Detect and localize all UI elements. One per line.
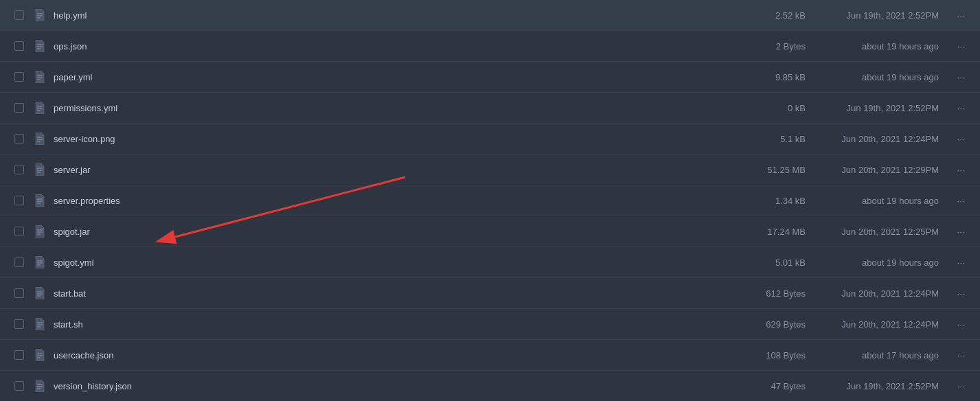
checkbox-cell (8, 288, 30, 298)
row-checkbox[interactable] (14, 165, 24, 174)
row-checkbox[interactable] (14, 319, 24, 329)
row-checkbox[interactable] (14, 72, 24, 82)
checkbox-cell (8, 10, 30, 20)
file-name: server.jar (49, 165, 737, 175)
checkbox-cell (8, 41, 30, 51)
table-row[interactable]: usercache.json 108 Bytes about 17 hours … (0, 340, 980, 371)
table-row[interactable]: server.properties 1.34 kB about 19 hours… (0, 185, 980, 216)
more-options-button[interactable]: ··· (950, 41, 972, 51)
file-date: about 19 hours ago (819, 257, 950, 268)
table-row[interactable]: spigot.yml 5.01 kB about 19 hours ago ··… (0, 247, 980, 278)
file-date: Jun 19th, 2021 2:52PM (819, 10, 950, 21)
more-options-button[interactable]: ··· (950, 165, 972, 175)
row-checkbox[interactable] (14, 10, 24, 20)
row-checkbox[interactable] (14, 381, 24, 391)
row-checkbox[interactable] (14, 134, 24, 144)
more-options-button[interactable]: ··· (950, 134, 972, 144)
file-date: about 19 hours ago (819, 41, 950, 51)
file-name: spigot.yml (49, 257, 737, 268)
table-row[interactable]: ops.json 2 Bytes about 19 hours ago ··· (0, 31, 980, 62)
file-date: Jun 20th, 2021 12:24PM (819, 134, 950, 144)
file-icon-cell (30, 225, 49, 238)
file-name: server.properties (49, 196, 737, 206)
more-options-button[interactable]: ··· (950, 381, 972, 391)
file-date: Jun 19th, 2021 2:52PM (819, 381, 950, 391)
more-options-button[interactable]: ··· (950, 288, 972, 299)
file-name: version_history.json (49, 381, 737, 391)
file-name: start.bat (49, 288, 737, 299)
row-checkbox[interactable] (14, 288, 24, 298)
more-options-button[interactable]: ··· (950, 257, 972, 268)
file-size: 629 Bytes (737, 319, 819, 330)
file-size: 5.01 kB (737, 257, 819, 268)
file-name: server-icon.png (49, 134, 737, 144)
checkbox-cell (8, 350, 30, 360)
table-row[interactable]: spigot.jar 17.24 MB Jun 20th, 2021 12:25… (0, 216, 980, 247)
table-row[interactable]: start.sh 629 Bytes Jun 20th, 2021 12:24P… (0, 309, 980, 340)
file-name: permissions.yml (49, 103, 737, 113)
file-date: Jun 20th, 2021 12:24PM (819, 319, 950, 330)
file-icon-cell (30, 40, 49, 52)
file-icon-cell (30, 194, 49, 207)
checkbox-cell (8, 319, 30, 329)
more-options-button[interactable]: ··· (950, 10, 972, 21)
table-row[interactable]: server.jar 51.25 MB Jun 20th, 2021 12:29… (0, 154, 980, 185)
row-checkbox[interactable] (14, 227, 24, 236)
file-date: about 19 hours ago (819, 196, 950, 206)
file-icon-cell (30, 349, 49, 361)
file-size: 51.25 MB (737, 165, 819, 175)
file-icon-cell (30, 163, 49, 176)
table-row[interactable]: paper.yml 9.85 kB about 19 hours ago ··· (0, 62, 980, 93)
checkbox-cell (8, 227, 30, 236)
file-icon-cell (30, 256, 49, 268)
file-date: about 19 hours ago (819, 72, 950, 82)
file-list: help.yml 2.52 kB Jun 19th, 2021 2:52PM ·… (0, 0, 980, 401)
table-row[interactable]: version_history.json 47 Bytes Jun 19th, … (0, 371, 980, 401)
more-options-button[interactable]: ··· (950, 227, 972, 237)
file-size: 9.85 kB (737, 72, 819, 82)
more-options-button[interactable]: ··· (950, 72, 972, 82)
checkbox-cell (8, 165, 30, 174)
file-size: 0 kB (737, 103, 819, 113)
file-size: 47 Bytes (737, 381, 819, 391)
checkbox-cell (8, 134, 30, 144)
table-row[interactable]: start.bat 612 Bytes Jun 20th, 2021 12:24… (0, 278, 980, 309)
file-name: start.sh (49, 319, 737, 330)
table-row[interactable]: server-icon.png 5.1 kB Jun 20th, 2021 12… (0, 124, 980, 154)
file-size: 2.52 kB (737, 10, 819, 21)
row-checkbox[interactable] (14, 103, 24, 113)
file-date: Jun 20th, 2021 12:25PM (819, 227, 950, 237)
row-checkbox[interactable] (14, 257, 24, 267)
more-options-button[interactable]: ··· (950, 196, 972, 206)
file-icon-cell (30, 287, 49, 299)
more-options-button[interactable]: ··· (950, 319, 972, 330)
file-icon-cell (30, 318, 49, 330)
file-size: 17.24 MB (737, 227, 819, 237)
row-checkbox[interactable] (14, 196, 24, 205)
file-date: Jun 20th, 2021 12:29PM (819, 165, 950, 175)
checkbox-cell (8, 257, 30, 267)
file-icon-cell (30, 9, 49, 21)
row-checkbox[interactable] (14, 350, 24, 360)
file-name: spigot.jar (49, 227, 737, 237)
more-options-button[interactable]: ··· (950, 350, 972, 360)
checkbox-cell (8, 196, 30, 205)
more-options-button[interactable]: ··· (950, 103, 972, 113)
file-icon-cell (30, 133, 49, 145)
checkbox-cell (8, 72, 30, 82)
table-row[interactable]: help.yml 2.52 kB Jun 19th, 2021 2:52PM ·… (0, 0, 980, 31)
file-size: 108 Bytes (737, 350, 819, 360)
checkbox-cell (8, 103, 30, 113)
file-name: ops.json (49, 41, 737, 51)
file-icon-cell (30, 380, 49, 392)
row-checkbox[interactable] (14, 41, 24, 51)
file-size: 5.1 kB (737, 134, 819, 144)
file-name: paper.yml (49, 72, 737, 82)
table-row[interactable]: permissions.yml 0 kB Jun 19th, 2021 2:52… (0, 93, 980, 124)
file-icon-cell (30, 102, 49, 114)
file-name: usercache.json (49, 350, 737, 360)
file-date: Jun 20th, 2021 12:24PM (819, 288, 950, 299)
file-date: about 17 hours ago (819, 350, 950, 360)
checkbox-cell (8, 381, 30, 391)
file-size: 2 Bytes (737, 41, 819, 51)
